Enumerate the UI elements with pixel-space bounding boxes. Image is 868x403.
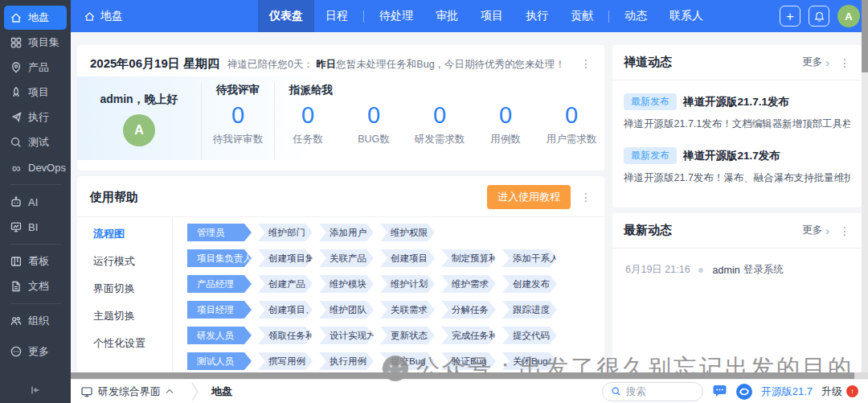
flow-step-chip[interactable]: 维护部门 [258, 224, 313, 241]
stat-value[interactable]: 0 [473, 103, 538, 129]
flow-role-chip: 产品经理 [187, 275, 252, 293]
tab-divider [363, 10, 364, 23]
flow-step-chip[interactable]: 维护团队 [319, 301, 374, 319]
stat-value[interactable]: 0 [202, 103, 274, 129]
tab-contacts[interactable]: 联系人 [658, 0, 714, 32]
tab-contribution[interactable]: 贡献 [559, 0, 604, 32]
create-button[interactable]: + [780, 6, 800, 27]
card-menu-icon[interactable]: ⋮ [580, 191, 592, 204]
sidebar-item-bi[interactable]: BI [4, 215, 67, 239]
sidebar-item-devops[interactable]: ∞ DevOps [4, 155, 67, 179]
notification-button[interactable] [809, 6, 829, 27]
flow-step-chip[interactable]: 关联需求 [380, 301, 435, 319]
help-menu-theme[interactable]: 主题切换 [93, 309, 172, 323]
avatar[interactable]: A [123, 114, 155, 146]
flow-step-chip[interactable]: 维护需求 [441, 275, 496, 293]
help-menu-ui-switch[interactable]: 界面切换 [93, 282, 172, 296]
flow-step-chip[interactable]: 创建项目 [380, 249, 435, 267]
help-menu-mode[interactable]: 运行模式 [93, 254, 172, 269]
tutorial-button[interactable]: 进入使用教程 [487, 185, 571, 209]
zentao-news-header: 禅道动态 更多 › ⋮ [612, 45, 862, 80]
search-box[interactable] [602, 382, 703, 401]
tab-dynamic[interactable]: 动态 [613, 0, 658, 32]
flow-step-chip[interactable]: 维护权限 [380, 224, 435, 241]
sidebar-item-doc[interactable]: 文档 [4, 274, 67, 298]
more-link[interactable]: 更多 › [802, 56, 829, 69]
horizontal-scrollbar[interactable] [71, 372, 868, 379]
sidebar-collapse-button[interactable] [0, 384, 71, 397]
tab-dashboard[interactable]: 仪表盘 [258, 0, 314, 32]
sidebar-divider [10, 184, 61, 185]
sidebar-divider [10, 303, 61, 304]
flow-row-product-manager: 产品经理 创建产品 维护模块 维护计划 维护需求 创建发布 [187, 275, 604, 293]
news-title[interactable]: 禅道开源版21.7发布 [683, 149, 780, 163]
flow-step-chip[interactable]: 创建项目、拆分任务 [258, 301, 313, 319]
horizontal-scrollbar-thumb[interactable] [71, 372, 854, 379]
more-link[interactable]: 更多 › [802, 224, 829, 237]
flow-step-chip[interactable]: 维护模块 [319, 275, 374, 293]
sidebar-item-program[interactable]: 项目集 [4, 31, 67, 55]
flow-step-chip[interactable]: 设计实现方案 [319, 327, 374, 344]
sidebar-item-label: 看板 [28, 254, 49, 269]
flow-step-chip[interactable]: 验证Bug [441, 352, 496, 370]
flow-step-chip[interactable]: 领取任务和Bug [258, 327, 313, 344]
sidebar-item-execution[interactable]: 执行 [4, 105, 67, 130]
upgrade-link[interactable]: 升级 ↑ [821, 384, 858, 399]
stat-value[interactable]: 0 [538, 103, 604, 129]
tab-approval[interactable]: 审批 [424, 0, 469, 32]
greeting-message: 禅道已陪伴您0天： 昨日您暂未处理任务和Bug，今日期待优秀的您来处理！ [227, 58, 565, 72]
tab-calendar[interactable]: 日程 [314, 0, 359, 32]
flow-step-chip[interactable]: 创建发布 [502, 275, 557, 293]
vertical-scrollbar-thumb[interactable] [862, 0, 868, 72]
sidebar-item-kanban[interactable]: 看板 [4, 249, 67, 273]
flow-step-chip[interactable]: 关联产品 [319, 249, 374, 267]
flow-step-chip[interactable]: 提交代码 [502, 327, 557, 344]
home-icon [10, 11, 23, 24]
flow-step-chip[interactable]: 完成任务和Bug [441, 327, 496, 344]
feedback-chat-icon[interactable] [712, 384, 727, 398]
card-menu-icon[interactable]: ⋮ [839, 56, 850, 69]
sidebar-item-more[interactable]: 更多 [4, 339, 67, 364]
flow-step-chip[interactable]: 更新状态 [380, 327, 435, 344]
upgrade-label: 升级 [821, 384, 842, 399]
flow-step-chip[interactable]: 创建项目集 [258, 249, 313, 267]
tab-project[interactable]: 项目 [469, 0, 514, 32]
sidebar-item-qa[interactable]: 测试 [4, 130, 67, 154]
tab-execution[interactable]: 执行 [514, 0, 559, 32]
flow-step-chip[interactable]: 添加干系人 [502, 249, 557, 267]
chevron-right-icon: › [825, 56, 829, 69]
bell-icon [813, 10, 825, 23]
sidebar-item-ai[interactable]: AI [4, 190, 67, 214]
flow-step-chip[interactable]: 跟踪进度 [502, 301, 557, 319]
flow-step-chip[interactable]: 撰写用例 [258, 352, 313, 370]
flow-step-chip[interactable]: 关闭Bug [502, 352, 557, 370]
sidebar-item-dashboard[interactable]: 地盘 [4, 6, 67, 30]
card-menu-icon[interactable]: ⋮ [580, 57, 592, 70]
news-title[interactable]: 禅道开源版21.7.1发布 [683, 95, 789, 109]
flow-step-chip[interactable]: 提交Bug [380, 352, 435, 370]
flow-step-chip[interactable]: 分解任务 [441, 301, 496, 319]
help-menu-personalize[interactable]: 个性化设置 [93, 336, 172, 351]
sidebar-item-org[interactable]: 组织 [4, 309, 67, 333]
sidebar-item-product[interactable]: 产品 [4, 56, 67, 80]
flow-step-chip[interactable]: 添加用户 [319, 224, 374, 241]
stat-value[interactable]: 0 [407, 103, 473, 129]
version-label[interactable]: 开源版21.7 [761, 384, 813, 399]
help-menu-flowchart[interactable]: 流程图 [93, 227, 172, 241]
flow-step-chip[interactable]: 制定预算和规划 [441, 249, 496, 267]
vertical-scrollbar[interactable] [862, 0, 868, 372]
tab-todo[interactable]: 待处理 [368, 0, 424, 32]
search-input[interactable] [626, 386, 690, 397]
stats-panel: admin，晚上好 A 待我评审 0 待我评审数 指派给我 0 任务数 0 [77, 76, 604, 160]
card-menu-icon[interactable]: ⋮ [839, 224, 850, 237]
flow-step-chip[interactable]: 创建产品 [258, 275, 313, 293]
flow-step-chip[interactable]: 维护计划 [380, 275, 435, 293]
zentao-news-card: 禅道动态 更多 › ⋮ 最新发布 禅道开源版21.7.1发布 禅道开源版21.7… [612, 45, 862, 208]
navbar-brand[interactable]: 地盘 [71, 9, 136, 23]
flow-step-chip[interactable]: 执行用例 [319, 352, 374, 370]
stat-value[interactable]: 0 [275, 103, 341, 129]
view-switcher[interactable]: 研发综合界面 [80, 384, 174, 399]
user-avatar[interactable]: A [837, 5, 860, 27]
sidebar-item-project[interactable]: 项目 [4, 80, 67, 105]
stat-value[interactable]: 0 [341, 103, 407, 129]
